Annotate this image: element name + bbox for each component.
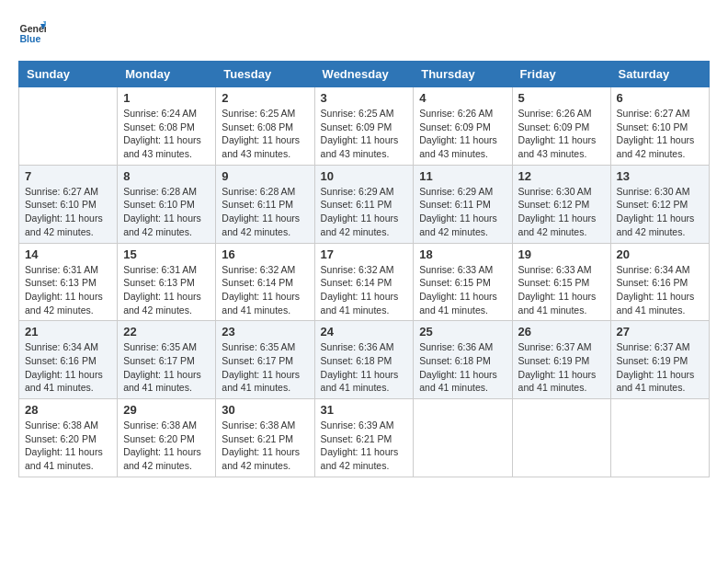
day-number: 25 [419, 325, 506, 339]
day-info: Sunrise: 6:38 AM Sunset: 6:21 PM Dayligh… [222, 419, 308, 473]
day-info: Sunrise: 6:32 AM Sunset: 6:14 PM Dayligh… [321, 263, 408, 317]
calendar-cell [414, 399, 512, 477]
calendar-cell [512, 399, 610, 477]
calendar-cell: 25Sunrise: 6:36 AM Sunset: 6:18 PM Dayli… [414, 321, 512, 399]
calendar-cell: 3Sunrise: 6:25 AM Sunset: 6:09 PM Daylig… [314, 87, 414, 166]
day-number: 2 [222, 91, 308, 105]
day-info: Sunrise: 6:29 AM Sunset: 6:11 PM Dayligh… [321, 185, 408, 239]
day-number: 17 [321, 247, 408, 261]
calendar-cell [610, 399, 709, 477]
day-info: Sunrise: 6:28 AM Sunset: 6:10 PM Dayligh… [123, 185, 210, 239]
day-number: 12 [518, 169, 605, 183]
day-info: Sunrise: 6:31 AM Sunset: 6:13 PM Dayligh… [25, 263, 111, 317]
calendar-cell: 30Sunrise: 6:38 AM Sunset: 6:21 PM Dayli… [216, 399, 314, 477]
day-info: Sunrise: 6:33 AM Sunset: 6:15 PM Dayligh… [518, 263, 605, 317]
day-number: 15 [123, 247, 210, 261]
weekday-saturday: Saturday [610, 62, 709, 87]
day-info: Sunrise: 6:25 AM Sunset: 6:09 PM Dayligh… [321, 107, 408, 161]
day-number: 4 [419, 91, 506, 105]
day-number: 1 [123, 91, 210, 105]
weekday-tuesday: Tuesday [216, 62, 314, 87]
day-number: 9 [222, 169, 308, 183]
weekday-thursday: Thursday [414, 62, 512, 87]
day-number: 26 [518, 325, 605, 339]
calendar-cell: 12Sunrise: 6:30 AM Sunset: 6:12 PM Dayli… [512, 165, 610, 243]
weekday-friday: Friday [512, 62, 610, 87]
day-info: Sunrise: 6:26 AM Sunset: 6:09 PM Dayligh… [419, 107, 506, 161]
day-number: 20 [617, 247, 703, 261]
day-info: Sunrise: 6:36 AM Sunset: 6:18 PM Dayligh… [321, 340, 408, 395]
calendar-cell: 23Sunrise: 6:35 AM Sunset: 6:17 PM Dayli… [216, 321, 314, 399]
day-info: Sunrise: 6:32 AM Sunset: 6:14 PM Dayligh… [222, 263, 308, 317]
calendar-cell [19, 87, 118, 166]
calendar-cell: 24Sunrise: 6:36 AM Sunset: 6:18 PM Dayli… [314, 321, 414, 399]
day-info: Sunrise: 6:33 AM Sunset: 6:15 PM Dayligh… [419, 263, 506, 317]
day-info: Sunrise: 6:26 AM Sunset: 6:09 PM Dayligh… [518, 107, 605, 161]
calendar-cell: 10Sunrise: 6:29 AM Sunset: 6:11 PM Dayli… [314, 165, 414, 243]
calendar-cell: 31Sunrise: 6:39 AM Sunset: 6:21 PM Dayli… [314, 399, 414, 477]
day-number: 22 [123, 325, 210, 339]
calendar-cell: 11Sunrise: 6:29 AM Sunset: 6:11 PM Dayli… [414, 165, 512, 243]
calendar-cell: 7Sunrise: 6:27 AM Sunset: 6:10 PM Daylig… [19, 165, 118, 243]
calendar-cell: 4Sunrise: 6:26 AM Sunset: 6:09 PM Daylig… [414, 87, 512, 166]
calendar-cell: 29Sunrise: 6:38 AM Sunset: 6:20 PM Dayli… [118, 399, 216, 477]
day-info: Sunrise: 6:30 AM Sunset: 6:12 PM Dayligh… [617, 185, 703, 239]
calendar-week-3: 14Sunrise: 6:31 AM Sunset: 6:13 PM Dayli… [19, 243, 710, 321]
calendar-cell: 15Sunrise: 6:31 AM Sunset: 6:13 PM Dayli… [118, 243, 216, 321]
day-info: Sunrise: 6:31 AM Sunset: 6:13 PM Dayligh… [123, 263, 210, 317]
day-number: 24 [321, 325, 408, 339]
weekday-wednesday: Wednesday [314, 62, 414, 87]
day-number: 10 [321, 169, 408, 183]
calendar-cell: 14Sunrise: 6:31 AM Sunset: 6:13 PM Dayli… [19, 243, 118, 321]
calendar-cell: 9Sunrise: 6:28 AM Sunset: 6:11 PM Daylig… [216, 165, 314, 243]
calendar-table: SundayMondayTuesdayWednesdayThursdayFrid… [18, 61, 710, 477]
calendar-cell: 19Sunrise: 6:33 AM Sunset: 6:15 PM Dayli… [512, 243, 610, 321]
calendar-cell: 17Sunrise: 6:32 AM Sunset: 6:14 PM Dayli… [314, 243, 414, 321]
day-info: Sunrise: 6:39 AM Sunset: 6:21 PM Dayligh… [321, 419, 408, 473]
calendar-body: 1Sunrise: 6:24 AM Sunset: 6:08 PM Daylig… [19, 87, 710, 477]
weekday-sunday: Sunday [19, 62, 118, 87]
svg-text:Blue: Blue [20, 33, 41, 44]
calendar-cell: 2Sunrise: 6:25 AM Sunset: 6:08 PM Daylig… [216, 87, 314, 166]
calendar-cell: 28Sunrise: 6:38 AM Sunset: 6:20 PM Dayli… [19, 399, 118, 477]
calendar-cell: 18Sunrise: 6:33 AM Sunset: 6:15 PM Dayli… [414, 243, 512, 321]
day-number: 16 [222, 247, 308, 261]
day-info: Sunrise: 6:38 AM Sunset: 6:20 PM Dayligh… [123, 419, 210, 473]
calendar-cell: 21Sunrise: 6:34 AM Sunset: 6:16 PM Dayli… [19, 321, 118, 399]
calendar-week-5: 28Sunrise: 6:38 AM Sunset: 6:20 PM Dayli… [19, 399, 710, 477]
calendar-week-2: 7Sunrise: 6:27 AM Sunset: 6:10 PM Daylig… [19, 165, 710, 243]
day-number: 27 [617, 325, 703, 339]
calendar-cell: 26Sunrise: 6:37 AM Sunset: 6:19 PM Dayli… [512, 321, 610, 399]
day-number: 31 [321, 403, 408, 417]
day-info: Sunrise: 6:30 AM Sunset: 6:12 PM Dayligh… [518, 185, 605, 239]
day-number: 7 [25, 169, 111, 183]
day-info: Sunrise: 6:25 AM Sunset: 6:08 PM Dayligh… [222, 107, 308, 161]
calendar-cell: 13Sunrise: 6:30 AM Sunset: 6:12 PM Dayli… [610, 165, 709, 243]
day-number: 8 [123, 169, 210, 183]
day-number: 6 [617, 91, 703, 105]
calendar-cell: 22Sunrise: 6:35 AM Sunset: 6:17 PM Dayli… [118, 321, 216, 399]
logo: General Blue [18, 18, 50, 46]
day-number: 23 [222, 325, 308, 339]
calendar-cell: 1Sunrise: 6:24 AM Sunset: 6:08 PM Daylig… [118, 87, 216, 166]
day-number: 21 [25, 325, 111, 339]
calendar-cell: 5Sunrise: 6:26 AM Sunset: 6:09 PM Daylig… [512, 87, 610, 166]
day-info: Sunrise: 6:29 AM Sunset: 6:11 PM Dayligh… [419, 185, 506, 239]
day-info: Sunrise: 6:35 AM Sunset: 6:17 PM Dayligh… [123, 340, 210, 395]
calendar-cell: 16Sunrise: 6:32 AM Sunset: 6:14 PM Dayli… [216, 243, 314, 321]
day-number: 28 [25, 403, 111, 417]
calendar-week-4: 21Sunrise: 6:34 AM Sunset: 6:16 PM Dayli… [19, 321, 710, 399]
day-info: Sunrise: 6:37 AM Sunset: 6:19 PM Dayligh… [617, 340, 703, 395]
day-number: 13 [617, 169, 703, 183]
day-number: 29 [123, 403, 210, 417]
day-info: Sunrise: 6:28 AM Sunset: 6:11 PM Dayligh… [222, 185, 308, 239]
page-header: General Blue [18, 18, 710, 46]
day-number: 19 [518, 247, 605, 261]
day-info: Sunrise: 6:27 AM Sunset: 6:10 PM Dayligh… [617, 107, 703, 161]
day-info: Sunrise: 6:35 AM Sunset: 6:17 PM Dayligh… [222, 340, 308, 395]
day-info: Sunrise: 6:36 AM Sunset: 6:18 PM Dayligh… [419, 340, 506, 395]
day-info: Sunrise: 6:37 AM Sunset: 6:19 PM Dayligh… [518, 340, 605, 395]
day-info: Sunrise: 6:38 AM Sunset: 6:20 PM Dayligh… [25, 419, 111, 473]
weekday-header-row: SundayMondayTuesdayWednesdayThursdayFrid… [19, 62, 710, 87]
calendar-cell: 6Sunrise: 6:27 AM Sunset: 6:10 PM Daylig… [610, 87, 709, 166]
